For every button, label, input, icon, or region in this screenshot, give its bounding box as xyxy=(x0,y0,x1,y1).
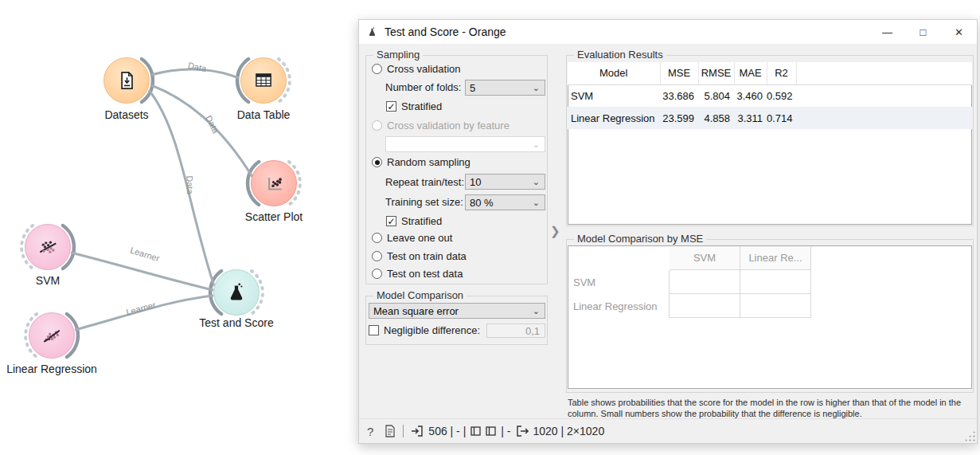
checkbox-label: Stratified xyxy=(401,215,442,227)
cv-feature-combobox: ⌄ xyxy=(385,136,545,152)
chevron-down-icon: ⌄ xyxy=(533,177,540,187)
checkbox-label: Negligible difference: xyxy=(384,324,480,336)
input-icon xyxy=(411,426,424,437)
data-table-icon xyxy=(252,69,275,92)
cmp-cell-1-1[interactable] xyxy=(670,270,740,294)
cell-model: SVM xyxy=(568,84,660,107)
table-row-svm[interactable]: SVM 33.686 5.804 3.460 0.592 xyxy=(568,84,972,107)
node-label-data-table: Data Table xyxy=(208,108,319,121)
folds-combobox[interactable]: 5 ⌄ xyxy=(465,80,545,96)
cmp-row-header-svm[interactable]: SVM xyxy=(568,270,670,294)
radio-random-sampling[interactable]: Random sampling xyxy=(372,156,470,168)
cmp-cell-2-2[interactable] xyxy=(740,294,811,318)
svm-icon xyxy=(35,234,61,260)
radio-label: Random sampling xyxy=(387,156,470,168)
checkbox-box[interactable]: ✓ xyxy=(369,325,379,335)
folds-label-text: Number of folds: xyxy=(385,81,461,93)
radio-circle[interactable] xyxy=(372,251,382,261)
node-svm[interactable] xyxy=(25,224,71,270)
chevron-down-icon: ⌄ xyxy=(533,83,540,93)
cmp-row-header-linear[interactable]: Linear Regression xyxy=(568,294,670,318)
repeat-label: Repeat train/test: xyxy=(385,176,464,188)
cmp-cell-2-1[interactable] xyxy=(670,294,740,318)
comparison-group-title: Model Comparison by MSE xyxy=(574,233,706,245)
statusbar-divider xyxy=(403,425,404,437)
cmp-cell-1-2[interactable] xyxy=(740,270,811,294)
negligible-input: 0,1 xyxy=(486,324,545,338)
checkbox-label: Stratified xyxy=(401,100,442,112)
radio-label: Test on train data xyxy=(387,250,467,262)
orange-app: { "window": { "title": "Test and Score -… xyxy=(0,0,980,455)
col-header-filler xyxy=(796,62,972,84)
col-header-model[interactable]: Model xyxy=(568,62,660,84)
checkbox-stratified-rs[interactable]: ✓ Stratified xyxy=(386,215,442,227)
cmp-col-header-svm[interactable]: SVM xyxy=(670,246,740,270)
radio-circle[interactable] xyxy=(372,269,382,279)
radio-cv-by-feature: Cross validation by feature xyxy=(372,120,510,131)
mid-summary: | - xyxy=(501,425,510,437)
col-header-mse[interactable]: MSE xyxy=(660,62,698,84)
link-datasets-scatter-plot xyxy=(151,85,252,177)
cell-filler xyxy=(796,84,972,107)
radio-circle[interactable] xyxy=(372,64,382,74)
input-summary: 506 | - | xyxy=(428,425,466,437)
col-header-r2[interactable]: R2 xyxy=(767,62,796,84)
node-linear-regression[interactable] xyxy=(29,312,75,359)
node-data-table[interactable] xyxy=(240,57,287,104)
col-header-rmse[interactable]: RMSE xyxy=(698,62,734,84)
cmp-col-header-linear[interactable]: Linear Re... xyxy=(740,246,811,270)
checkbox-negligible[interactable]: ✓ Negligible difference: xyxy=(369,324,480,336)
output-summary: 1020 | 2×1020 xyxy=(533,425,605,437)
cell-model: Linear Regression xyxy=(568,107,660,129)
report-icon[interactable] xyxy=(385,425,396,437)
radio-cross-validation[interactable]: Cross validation xyxy=(372,63,461,75)
cell-mae: 3.311 xyxy=(734,107,767,129)
splitter-handle[interactable]: ❯ xyxy=(550,224,560,238)
node-datasets[interactable] xyxy=(103,57,150,104)
test-and-score-window: Test and Score - Orange — □ ✕ Sampling C… xyxy=(358,19,978,444)
train-size-combobox[interactable]: 80 % ⌄ xyxy=(465,194,545,210)
node-label-datasets: Datasets xyxy=(71,108,182,121)
radio-test-on-test[interactable]: Test on test data xyxy=(372,268,463,280)
node-label-svm: SVM xyxy=(0,274,103,287)
node-scatter-plot[interactable] xyxy=(251,160,297,206)
node-test-and-score[interactable] xyxy=(213,269,260,316)
chevron-down-icon: ⌄ xyxy=(533,306,540,316)
radio-circle[interactable] xyxy=(372,233,382,243)
checkbox-box[interactable]: ✓ xyxy=(386,216,396,226)
node-label-scatter-plot: Scatter Plot xyxy=(218,210,330,223)
table-row-linear-regression[interactable]: Linear Regression 23.599 4.858 3.311 0.7… xyxy=(568,107,972,129)
folds-label: Number of folds: xyxy=(385,81,461,93)
radio-circle-selected[interactable] xyxy=(372,157,382,167)
checkbox-stratified-cv[interactable]: ✓ Stratified xyxy=(386,100,442,112)
col-header-mae[interactable]: MAE xyxy=(734,62,767,84)
status-bar: ? 506 | - | xyxy=(359,418,977,443)
cell-mae: 3.460 xyxy=(734,84,767,107)
radio-label: Leave one out xyxy=(387,232,452,244)
title-bar: Test and Score - Orange — □ ✕ xyxy=(359,20,977,44)
radio-test-on-train[interactable]: Test on train data xyxy=(372,250,467,262)
node-label-linear-regression: Linear Regression xyxy=(0,363,107,375)
close-button[interactable]: ✕ xyxy=(941,20,977,44)
help-icon[interactable]: ? xyxy=(367,425,373,438)
output-icon xyxy=(516,426,529,437)
repeat-combobox[interactable]: 10 ⌄ xyxy=(465,174,545,190)
cell-filler xyxy=(796,107,972,129)
cell-rmse: 5.804 xyxy=(698,84,734,107)
metric-combobox[interactable]: Mean square error ⌄ xyxy=(369,303,545,319)
cell-r2: 0.592 xyxy=(767,84,796,107)
repeat-label-text: Repeat train/test: xyxy=(385,176,464,188)
metric-value: Mean square error xyxy=(373,305,459,317)
test-and-score-icon xyxy=(225,280,248,304)
minimize-button[interactable]: — xyxy=(869,20,905,44)
node-label-test-and-score: Test and Score xyxy=(181,316,292,329)
maximize-button[interactable]: □ xyxy=(905,20,941,44)
cell-mse: 23.599 xyxy=(660,107,698,129)
edge-label-data-3: Data xyxy=(185,175,195,194)
radio-leave-one-out[interactable]: Leave one out xyxy=(372,232,452,244)
checkbox-box[interactable]: ✓ xyxy=(386,101,396,112)
chevron-down-icon: ⌄ xyxy=(533,198,540,208)
train-size-value: 80 % xyxy=(470,197,494,209)
datasets-icon xyxy=(115,69,139,92)
cell-r2: 0.714 xyxy=(767,107,796,129)
